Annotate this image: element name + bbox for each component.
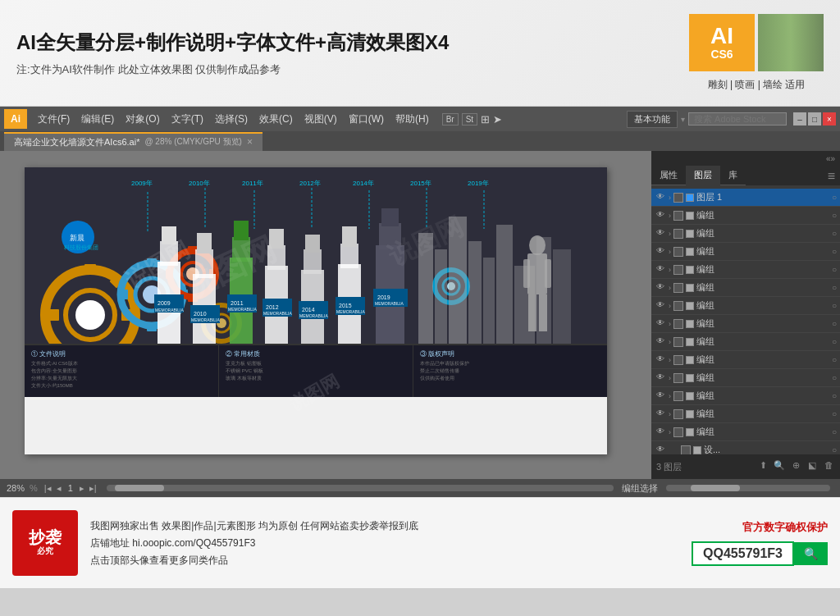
eye-icon[interactable]: 👁	[655, 300, 666, 312]
horizontal-scrollbar-right[interactable]	[666, 485, 830, 491]
menu-edit[interactable]: 编辑(E)	[76, 111, 119, 128]
stock-search[interactable]	[688, 112, 787, 125]
eye-icon[interactable]: 👁	[655, 336, 666, 348]
tab-filename: 高端企业文化墙源文件AIcs6.ai*	[14, 136, 139, 148]
layer-item[interactable]: 👁 设... ○	[651, 441, 840, 454]
layers-panel[interactable]: 👁 › 图层 1 ○ 👁 › 编组 ○ 👁 › 编组	[651, 185, 840, 454]
collapse-icon[interactable]: «»	[826, 154, 835, 163]
eye-icon[interactable]: 👁	[655, 372, 666, 384]
tab-layers[interactable]: 图层	[686, 166, 720, 185]
layer-expand-arrow[interactable]: ›	[669, 410, 671, 418]
layer-search-icon[interactable]: 🔍	[773, 460, 786, 473]
minimize-button[interactable]: –	[793, 112, 806, 125]
layer-checkbox[interactable]	[673, 391, 683, 401]
layer-new-icon[interactable]: ⊕	[789, 460, 802, 473]
tab-properties[interactable]: 属性	[651, 166, 686, 185]
layer-name: 编组	[696, 263, 829, 276]
layer-item[interactable]: 👁 › 编组 ○	[651, 261, 840, 279]
layer-expand-arrow[interactable]: ›	[669, 284, 671, 292]
layer-move-up-icon[interactable]: ⬆	[756, 460, 769, 473]
menu-text[interactable]: 文字(T)	[167, 111, 208, 128]
layer-item[interactable]: 👁 › 编组 ○	[651, 243, 840, 261]
layer-expand-arrow[interactable]: ›	[669, 266, 671, 274]
layer-checkbox[interactable]	[673, 247, 683, 257]
layer-checkbox[interactable]	[673, 265, 683, 275]
workspace-button[interactable]: 基本功能	[627, 111, 678, 128]
tab-library[interactable]: 库	[720, 166, 746, 185]
layer-item[interactable]: 👁 › 编组 ○	[651, 279, 840, 297]
menu-window[interactable]: 窗口(W)	[344, 111, 389, 128]
layer-expand-arrow[interactable]: ›	[669, 212, 671, 220]
menu-effect[interactable]: 效果(C)	[254, 111, 298, 128]
layer-checkbox[interactable]	[673, 373, 683, 383]
layer-expand-arrow[interactable]: ›	[669, 392, 671, 400]
layer-circle-icon: ○	[832, 409, 837, 418]
layer-item[interactable]: 👁 › 编组 ○	[651, 423, 840, 441]
layer-expand-arrow[interactable]: ›	[669, 194, 671, 202]
eye-icon[interactable]: 👁	[655, 210, 666, 221]
layer-item[interactable]: 👁 › 编组 ○	[651, 387, 840, 405]
eye-icon[interactable]: 👁	[655, 192, 666, 203]
layer-expand-arrow[interactable]: ›	[669, 428, 671, 436]
next-page-button[interactable]: ▸	[78, 483, 86, 494]
layer-item[interactable]: 👁 › 编组 ○	[651, 405, 840, 423]
layer-checkbox[interactable]	[673, 283, 683, 293]
layer-item[interactable]: 👁 › 编组 ○	[651, 333, 840, 351]
first-page-button[interactable]: |◂	[43, 483, 53, 494]
layer-item[interactable]: 👁 › 图层 1 ○	[651, 189, 840, 207]
eye-icon[interactable]: 👁	[655, 246, 666, 258]
document-tab[interactable]: 高端企业文化墙源文件AIcs6.ai* @ 28% (CMYK/GPU 预览) …	[4, 132, 262, 151]
layer-expand-arrow[interactable]: ›	[669, 320, 671, 328]
scrollbar-thumb[interactable]	[115, 485, 164, 491]
dropdown-icon: ▾	[681, 115, 685, 124]
horizontal-scrollbar[interactable]	[107, 485, 614, 491]
eye-icon[interactable]: 👁	[655, 282, 666, 294]
layer-checkbox[interactable]	[673, 211, 683, 221]
layer-expand-arrow[interactable]: ›	[669, 230, 671, 238]
panel-menu-icon[interactable]: ≡	[823, 166, 840, 185]
layer-item[interactable]: 👁 › 编组 ○	[651, 351, 840, 369]
layer-expand-arrow[interactable]: ›	[669, 356, 671, 364]
eye-icon[interactable]: 👁	[655, 228, 666, 240]
eye-icon[interactable]: 👁	[655, 264, 666, 276]
eye-icon[interactable]: 👁	[655, 390, 666, 402]
menu-select[interactable]: 选择(S)	[210, 111, 253, 128]
layer-expand-arrow[interactable]: ›	[669, 374, 671, 382]
layer-item[interactable]: 👁 › 编组 ○	[651, 297, 840, 315]
eye-icon[interactable]: 👁	[655, 427, 666, 438]
layer-item[interactable]: 👁 › 编组 ○	[651, 207, 840, 225]
eye-icon[interactable]: 👁	[655, 318, 666, 330]
layer-checkbox[interactable]	[673, 229, 683, 239]
layer-checkbox[interactable]	[681, 445, 691, 455]
menu-object[interactable]: 对象(O)	[121, 111, 164, 128]
layer-copy-icon[interactable]: ⬕	[806, 460, 819, 473]
layer-expand-arrow[interactable]: ›	[669, 338, 671, 346]
layer-item[interactable]: 👁 › 编组 ○	[651, 369, 840, 387]
layer-checkbox[interactable]	[673, 301, 683, 311]
prev-page-button[interactable]: ◂	[55, 483, 63, 494]
layer-item[interactable]: 👁 › 编组 ○	[651, 225, 840, 243]
last-page-button[interactable]: ▸|	[88, 483, 98, 494]
maximize-button[interactable]: □	[808, 112, 821, 125]
layer-checkbox[interactable]	[673, 427, 683, 437]
menu-view[interactable]: 视图(V)	[299, 111, 342, 128]
layer-checkbox[interactable]	[673, 355, 683, 365]
menu-help[interactable]: 帮助(H)	[390, 111, 434, 128]
layer-checkbox[interactable]	[673, 409, 683, 419]
menu-file[interactable]: 文件(F)	[33, 111, 75, 128]
layer-checkbox[interactable]	[673, 337, 683, 347]
qq-search-button[interactable]: 🔍	[794, 542, 828, 565]
layer-expand-arrow[interactable]: ›	[669, 248, 671, 256]
layer-delete-icon[interactable]: 🗑	[822, 460, 835, 473]
scrollbar-thumb-right[interactable]	[691, 485, 740, 491]
layer-expand-arrow[interactable]: ›	[669, 302, 671, 310]
layer-checkbox[interactable]	[673, 193, 683, 203]
eye-icon[interactable]: 👁	[655, 445, 666, 455]
tab-close-button[interactable]: ×	[247, 136, 253, 148]
eye-icon[interactable]: 👁	[655, 354, 666, 366]
layer-item[interactable]: 👁 › 编组 ○	[651, 315, 840, 333]
layer-checkbox[interactable]	[673, 319, 683, 329]
eye-icon[interactable]: 👁	[655, 408, 666, 420]
canvas-area[interactable]: 2009年 2010年 2011年 2012年 2014年 2015年 2019…	[0, 151, 651, 479]
close-button[interactable]: ×	[823, 112, 836, 125]
